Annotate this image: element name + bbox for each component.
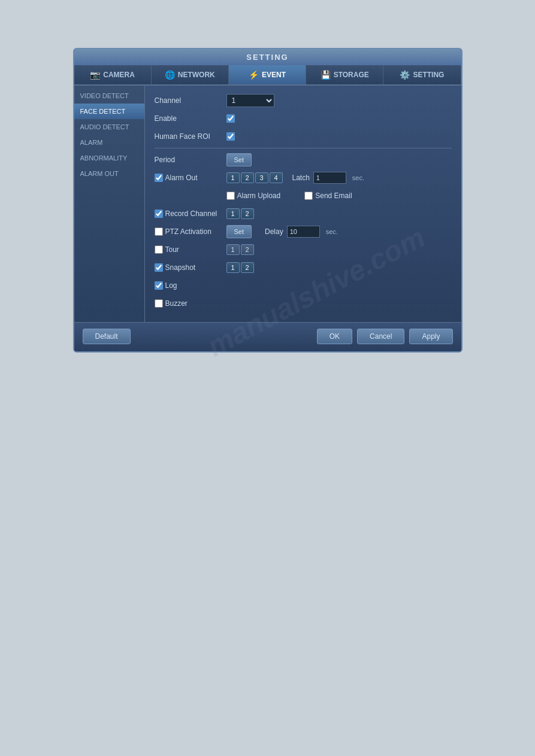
buzzer-label: Buzzer <box>155 299 226 308</box>
alarm-out-row: Alarm Out 1 2 3 4 Latch sec. <box>155 171 452 184</box>
tour-checkbox[interactable] <box>155 245 163 254</box>
human-face-roi-row: Human Face ROI <box>155 130 452 143</box>
sidebar-item-abnormality[interactable]: ABNORMALITY <box>74 150 144 166</box>
dialog-title: SETTING <box>74 49 461 65</box>
record-channel-btn-2[interactable]: 2 <box>241 208 254 219</box>
action-buttons-group: OK Cancel Apply <box>317 329 453 344</box>
ptz-activation-row: PTZ Activation Set Delay sec. <box>155 225 452 238</box>
tour-btn-1[interactable]: 1 <box>226 244 240 255</box>
send-email-checkbox[interactable] <box>304 192 313 200</box>
buzzer-checkbox[interactable] <box>155 299 163 308</box>
snapshot-checkbox[interactable] <box>155 263 163 272</box>
snapshot-num-group: 1 2 <box>226 262 254 273</box>
human-face-roi-label: Human Face ROI <box>155 132 226 141</box>
enable-row: Enable <box>155 112 452 125</box>
snapshot-btn-1[interactable]: 1 <box>226 262 240 273</box>
snapshot-checkbox-label: Snapshot <box>155 263 226 272</box>
divider-1 <box>155 148 452 148</box>
tour-btn-2[interactable]: 2 <box>241 244 254 255</box>
snapshot-label: Snapshot <box>155 263 226 272</box>
tab-bar: 📷 CAMERA 🌐 NETWORK ⚡ EVENT 💾 STORAGE ⚙️ … <box>74 65 461 86</box>
sidebar-item-video-detect[interactable]: VIDEO DETECT <box>74 88 144 104</box>
human-face-roi-checkbox[interactable] <box>226 132 235 141</box>
alarm-out-checkbox[interactable] <box>155 174 163 182</box>
delay-label: Delay <box>265 227 283 236</box>
tab-storage[interactable]: 💾 STORAGE <box>306 65 383 84</box>
record-channel-checkbox[interactable] <box>155 210 163 218</box>
tab-camera[interactable]: 📷 CAMERA <box>74 65 152 84</box>
tab-setting[interactable]: ⚙️ SETTING <box>383 65 461 84</box>
tour-row: Tour 1 2 <box>155 243 452 256</box>
alarm-out-btn-1[interactable]: 1 <box>226 172 240 183</box>
content-area: VIDEO DETECT FACE DETECT AUDIO DETECT AL… <box>74 86 461 322</box>
sidebar-item-audio-detect[interactable]: AUDIO DETECT <box>74 119 144 135</box>
settings-dialog: SETTING 📷 CAMERA 🌐 NETWORK ⚡ EVENT 💾 STO… <box>73 48 463 353</box>
sidebar-item-alarm[interactable]: ALARM <box>74 135 144 150</box>
log-checkbox-label: Log <box>155 281 226 290</box>
record-channel-num-group: 1 2 <box>226 208 254 219</box>
ptz-row-sub: Set Delay sec. <box>226 225 338 238</box>
record-channel-btn-1[interactable]: 1 <box>226 208 240 219</box>
latch-sec-label: sec. <box>352 174 364 181</box>
setting-icon: ⚙️ <box>400 70 410 80</box>
buzzer-row: Buzzer <box>155 297 452 310</box>
record-channel-checkbox-label: Record Channel <box>155 210 226 218</box>
cancel-button[interactable]: Cancel <box>357 329 404 344</box>
latch-input[interactable] <box>313 172 346 184</box>
main-panel: Channel 1 2 3 4 Enable Human Face ROI <box>145 86 461 322</box>
record-channel-label: Record Channel <box>155 210 226 218</box>
ptz-activation-label: PTZ Activation <box>155 227 226 236</box>
tab-event[interactable]: ⚡ EVENT <box>229 65 306 84</box>
log-row: Log <box>155 279 452 292</box>
tab-network[interactable]: 🌐 NETWORK <box>152 65 229 84</box>
latch-label: Latch <box>292 174 310 182</box>
ptz-set-button[interactable]: Set <box>226 225 252 238</box>
alarm-out-btn-3[interactable]: 3 <box>255 172 268 183</box>
alarm-out-label: Alarm Out <box>155 174 226 182</box>
snapshot-row: Snapshot 1 2 <box>155 261 452 274</box>
enable-label: Enable <box>155 114 226 123</box>
record-channel-row: Record Channel 1 2 <box>155 207 452 220</box>
alarm-out-btn-2[interactable]: 2 <box>241 172 254 183</box>
alarm-upload-checkbox[interactable] <box>226 192 235 200</box>
default-button[interactable]: Default <box>83 329 131 344</box>
apply-button[interactable]: Apply <box>409 329 452 344</box>
send-email-label: Send Email <box>304 192 352 200</box>
period-label: Period <box>155 156 226 164</box>
period-row: Period Set <box>155 153 452 166</box>
alarm-out-buttons: 1 2 3 4 Latch sec. <box>226 172 365 184</box>
ok-button[interactable]: OK <box>317 329 352 344</box>
enable-checkbox[interactable] <box>226 114 235 123</box>
storage-icon: 💾 <box>321 70 331 80</box>
ptz-activation-checkbox-label: PTZ Activation <box>155 227 226 236</box>
alarm-upload-row: Alarm Upload Send Email <box>226 189 452 202</box>
tour-num-group: 1 2 <box>226 244 254 255</box>
log-checkbox[interactable] <box>155 281 163 290</box>
snapshot-btn-2[interactable]: 2 <box>241 262 254 273</box>
alarm-out-num-group: 1 2 3 4 <box>226 172 283 183</box>
channel-dropdown[interactable]: 1 2 3 4 <box>226 94 274 107</box>
network-icon: 🌐 <box>165 70 175 80</box>
buzzer-checkbox-label: Buzzer <box>155 299 226 308</box>
alarm-out-btn-4[interactable]: 4 <box>270 172 283 183</box>
alarm-out-checkbox-label: Alarm Out <box>155 174 226 182</box>
sidebar: VIDEO DETECT FACE DETECT AUDIO DETECT AL… <box>74 86 145 322</box>
ptz-activation-checkbox[interactable] <box>155 227 163 236</box>
period-set-button[interactable]: Set <box>226 153 252 166</box>
sidebar-item-face-detect[interactable]: FACE DETECT <box>74 104 144 119</box>
channel-row: Channel 1 2 3 4 <box>155 94 452 107</box>
log-label: Log <box>155 281 226 290</box>
bottom-bar: Default OK Cancel Apply <box>74 322 461 351</box>
tour-label: Tour <box>155 245 226 254</box>
event-icon: ⚡ <box>249 70 259 80</box>
delay-sec-label: sec. <box>326 228 338 235</box>
sidebar-item-alarm-out[interactable]: ALARM OUT <box>74 166 144 181</box>
camera-icon: 📷 <box>90 70 100 80</box>
tour-checkbox-label: Tour <box>155 245 226 254</box>
channel-label: Channel <box>155 96 226 105</box>
alarm-upload-label: Alarm Upload <box>226 192 281 200</box>
delay-input[interactable] <box>287 226 320 238</box>
